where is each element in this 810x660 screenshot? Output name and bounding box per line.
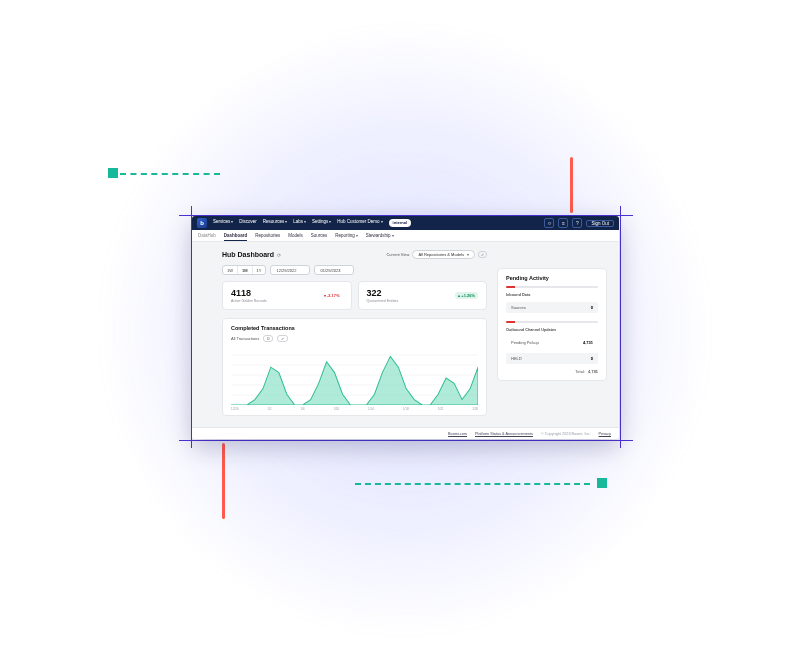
kpi-golden-records: 4118 Active Golden Records ▾ -2.17% [222,281,352,310]
nav-services[interactable]: Services [213,219,233,227]
outbound-bar [506,321,598,323]
x-tick: 1/26 [472,407,478,411]
row-value: 0 [591,305,593,310]
env-badge: internal [389,219,411,227]
primary-nav: Services Discover Resources Labs Setting… [213,219,411,227]
x-tick: 12/29 [231,407,239,411]
brand-logo[interactable]: b [197,218,207,228]
kpi-quarantined: 322 Quarantined Entities ▴ +1.26% [358,281,488,310]
decor-square [597,478,607,488]
app-window: b Services Discover Resources Labs Setti… [192,216,619,439]
group-inbound-label: Inbound Data [506,293,598,297]
x-tick: 1/6 [300,407,304,411]
view-selector: Current View All Repositories & Models ⤢ [386,250,487,259]
decor-frame-line [620,206,621,448]
footer-link-status[interactable]: Platform Status & Announcements [475,432,533,436]
x-tick: 1/14 [368,407,374,411]
row-sources[interactable]: Sources 0 [506,302,598,313]
activity-icon[interactable]: ≡ [558,218,568,228]
date-filters: 1W 1M 1Y 12/29/2022 01/29/2023 [222,265,487,275]
chart-series-count[interactable]: 0 [263,335,273,342]
footer-link-boomi[interactable]: Boomi.com [448,432,467,436]
kpi-label: Active Golden Records [231,299,267,303]
help-icon[interactable]: ? [572,218,582,228]
kpi-value: 4118 [231,288,267,298]
decor-dashed-line [120,173,220,175]
x-tick: 1/22 [437,407,443,411]
transactions-chart [231,345,478,405]
range-segment: 1W 1M 1Y [222,265,266,275]
segment-1m[interactable]: 1M [237,266,252,274]
tab-dashboard[interactable]: Dashboard [224,231,248,241]
segment-1w[interactable]: 1W [223,266,237,274]
x-tick: 1/18 [403,407,409,411]
row-label: HELD [511,356,522,361]
kpi-row: 4118 Active Golden Records ▾ -2.17% 322 … [222,281,487,310]
sign-out-button[interactable]: Sign Out [586,220,614,227]
kpi-value: 322 [367,288,399,298]
side-column: Pending Activity Inbound Data Sources 0 … [497,250,607,416]
page-title: Hub Dashboard [222,251,274,258]
topbar: b Services Discover Resources Labs Setti… [192,216,619,230]
chart-area-series [231,356,478,405]
section-label: DataHub [198,233,216,238]
outbound-total: Total: 4,731 [506,369,598,374]
current-view-label: Current View [386,252,409,257]
kpi-label: Quarantined Entities [367,299,399,303]
tab-sources[interactable]: Sources [311,231,328,240]
row-held[interactable]: HELD 0 [506,353,598,364]
chart-expand-icon[interactable]: ⤢ [277,335,288,342]
row-label: Sources [511,305,526,310]
panel-title: Pending Activity [506,275,598,281]
page-header: Hub Dashboard ⟳ Current View All Reposit… [222,250,487,259]
footer-link-privacy[interactable]: Privacy [599,432,611,436]
nav-resources[interactable]: Resources [263,219,288,227]
chart-series-label: All Transactions [231,336,259,341]
nav-settings[interactable]: Settings [312,219,331,227]
decor-frame-line [179,440,633,441]
row-label: Pending Pickup [511,340,539,345]
tab-repositories[interactable]: Repositories [255,231,280,240]
kpi-delta: ▾ -2.17% [321,292,343,299]
page-body: Hub Dashboard ⟳ Current View All Reposit… [192,242,619,420]
nav-account[interactable]: Hub Customer Demo [337,219,382,227]
date-to-input[interactable]: 01/29/2023 [314,265,354,275]
tab-models[interactable]: Models [288,231,303,240]
decor-square [108,168,118,178]
decor-red-bar [222,443,225,519]
chart-card: Completed Transactions All Transactions … [222,318,487,416]
refresh-icon[interactable]: ⟳ [277,252,281,258]
segment-1y[interactable]: 1Y [252,266,266,274]
chart-controls: All Transactions 0 ⤢ [231,335,478,342]
view-dropdown-value: All Repositories & Models [418,252,464,257]
decor-red-bar [570,157,573,213]
nav-labs[interactable]: Labs [293,219,306,227]
secondary-tabs: DataHub Dashboard Repositories Models So… [192,230,619,242]
decor-dashed-line [355,483,590,485]
view-dropdown[interactable]: All Repositories & Models [412,250,475,259]
tab-reporting[interactable]: Reporting [335,231,358,240]
expand-icon[interactable]: ⤢ [478,251,487,258]
user-icon[interactable]: ☺ [544,218,554,228]
chart-x-axis: 12/291/21/61/101/141/181/221/26 [231,407,478,411]
row-pending-pickup[interactable]: Pending Pickup 4,731 [506,337,598,348]
inbound-bar [506,286,598,288]
pending-activity-panel: Pending Activity Inbound Data Sources 0 … [497,268,607,381]
footer: Boomi.com Platform Status & Announcement… [192,427,619,439]
date-from-input[interactable]: 12/29/2022 [270,265,310,275]
chart-title: Completed Transactions [231,325,478,331]
footer-copyright: © Copyright 2023 Boomi, Inc. [541,432,591,436]
group-outbound-label: Outbound Channel Updates [506,328,598,332]
row-value: 0 [591,356,593,361]
row-value: 4,731 [583,340,593,345]
nav-discover[interactable]: Discover [239,219,257,227]
x-tick: 1/10 [333,407,339,411]
kpi-delta: ▴ +1.26% [455,292,478,299]
main-column: Hub Dashboard ⟳ Current View All Reposit… [222,250,487,416]
x-tick: 1/2 [267,407,271,411]
topbar-right: ☺ ≡ ? Sign Out [544,218,614,228]
tab-stewardship[interactable]: Stewardship [366,231,394,240]
